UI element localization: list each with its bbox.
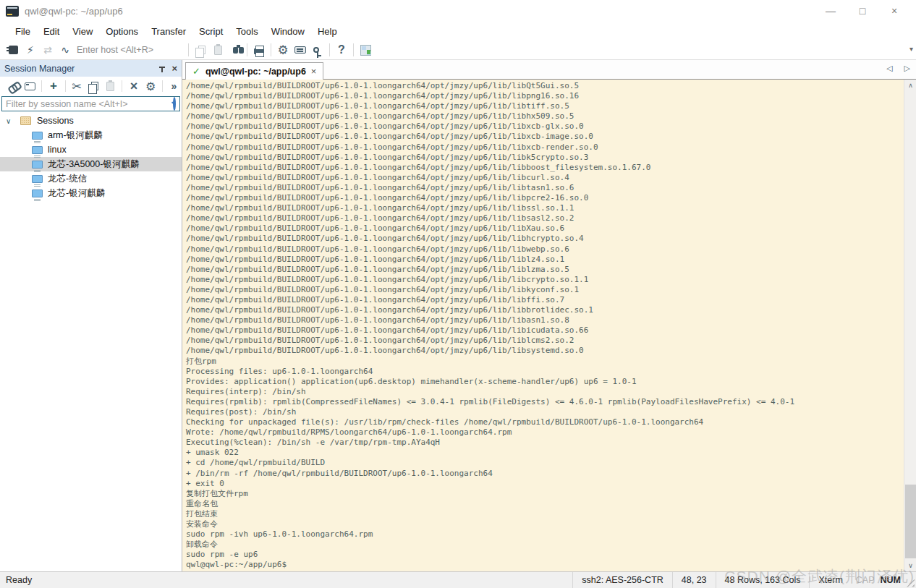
session-item[interactable]: arm-银河麒麟 xyxy=(0,128,182,142)
terminal-line: Provides: application() application(up6.… xyxy=(186,377,916,387)
menu-view[interactable]: View xyxy=(66,24,99,39)
terminal-line: + exit 0 xyxy=(186,479,916,489)
status-encryption: ssh2: AES-256-CTR xyxy=(572,572,672,588)
tab-close-icon[interactable]: × xyxy=(311,66,317,77)
panel-close-icon[interactable]: × xyxy=(171,63,177,74)
terminal-screen[interactable]: /home/qwl/rpmbuild/BUILDROOT/up6-1.0-1.l… xyxy=(182,80,916,571)
tab-scroll-right-icon[interactable]: ▷ xyxy=(904,64,910,73)
menu-edit[interactable]: Edit xyxy=(37,24,66,39)
session-item[interactable]: 龙芯-统信 xyxy=(0,171,182,186)
session-label: 龙芯-银河麒麟 xyxy=(48,187,105,200)
sessions-root-node[interactable]: ∨ Sessions xyxy=(0,114,182,128)
monitor-icon xyxy=(32,132,43,140)
tools-app-icon[interactable] xyxy=(357,42,374,58)
tab-label: qwl@qwl-pc: ~/app/up6 xyxy=(205,67,306,77)
terminal-line: /home/qwl/rpmbuild/BUILDROOT/up6-1.0-1.l… xyxy=(186,173,916,183)
host-address-input[interactable] xyxy=(77,45,185,55)
chevron-down-icon[interactable]: ∨ xyxy=(6,117,14,125)
tab-scroll-left-icon[interactable]: ◁ xyxy=(886,64,892,73)
resize-grip[interactable] xyxy=(905,578,915,587)
terminal-line: 打包结束 xyxy=(186,509,916,519)
session-label: linux xyxy=(48,145,67,155)
menu-script[interactable]: Script xyxy=(192,24,229,39)
folder-icon xyxy=(20,116,31,125)
pin-icon[interactable] xyxy=(161,65,163,72)
terminal-line: /home/qwl/rpmbuild/BUILDROOT/up6-1.0-1.l… xyxy=(186,295,916,305)
status-ready: Ready xyxy=(0,575,32,585)
window-controls: — □ × xyxy=(815,1,910,21)
terminal-line: /home/qwl/rpmbuild/BUILDROOT/up6-1.0-1.l… xyxy=(186,234,916,244)
menu-window[interactable]: Window xyxy=(265,24,311,39)
terminal-line: Requires(interp): /bin/sh xyxy=(186,387,916,397)
toolbar-overflow-icon[interactable]: ▾ xyxy=(909,45,913,53)
session-label: 龙芯-统信 xyxy=(48,173,87,185)
virtual-keyboard-icon[interactable] xyxy=(292,42,309,58)
terminal-line: /home/qwl/rpmbuild/BUILDROOT/up6-1.0-1.l… xyxy=(186,183,916,193)
main-area: Session Manager × + ✂ × ⚙ » xyxy=(0,60,916,571)
menu-help[interactable]: Help xyxy=(311,24,344,39)
terminal-line: Checking for unpackaged file(s): /usr/li… xyxy=(186,417,916,427)
session-item[interactable]: 龙芯-银河麒麟 xyxy=(0,186,182,200)
key-agent-icon[interactable] xyxy=(309,42,326,58)
terminal-tab[interactable]: ✓ qwl@qwl-pc: ~/app/up6 × xyxy=(185,62,323,80)
minimize-button[interactable]: — xyxy=(815,1,847,21)
terminal-line: 卸载命令 xyxy=(186,540,916,550)
paste-session-icon xyxy=(103,79,118,93)
terminal-line: /home/qwl/rpmbuild/BUILDROOT/up6-1.0-1.l… xyxy=(186,101,916,111)
scroll-down-icon[interactable]: ∨ xyxy=(904,560,916,571)
copy-session-icon[interactable] xyxy=(86,79,101,93)
cut-icon[interactable]: ✂ xyxy=(69,79,85,93)
sessions-root-label: Sessions xyxy=(37,116,74,126)
terminal-line: /home/qwl/rpmbuild/BUILDROOT/up6-1.0-1.l… xyxy=(186,275,916,285)
terminal-line: /home/qwl/rpmbuild/BUILDROOT/up6-1.0-1.l… xyxy=(186,336,916,346)
new-session-icon[interactable] xyxy=(4,42,22,58)
terminal-scrollbar[interactable]: ∧ ∨ xyxy=(904,80,916,571)
new-window-icon[interactable] xyxy=(22,79,38,93)
add-session-icon[interactable]: + xyxy=(46,79,61,93)
search-icon[interactable] xyxy=(173,98,176,109)
terminal-line: Requires(post): /bin/sh xyxy=(186,407,916,417)
monitor-icon xyxy=(32,146,43,154)
terminal-line: sudo rpm -ivh up6-1.0-1.loongarch64.rpm xyxy=(186,529,916,540)
help-icon[interactable]: ? xyxy=(333,42,350,58)
connect-icon[interactable] xyxy=(6,79,21,93)
maximize-button[interactable]: □ xyxy=(847,1,878,21)
session-tree: ∨ Sessions arm-银河麒麟linux龙芯-3A5000-银河麒麟龙芯… xyxy=(0,111,182,571)
terminal-line: /home/qwl/rpmbuild/BUILDROOT/up6-1.0-1.l… xyxy=(186,122,916,132)
window-title: qwl@qwl-pc: ~/app/up6 xyxy=(25,6,123,17)
menu-transfer[interactable]: Transfer xyxy=(145,24,192,39)
print-icon[interactable] xyxy=(250,42,268,58)
terminal-line: /home/qwl/rpmbuild/BUILDROOT/up6-1.0-1.l… xyxy=(186,193,916,203)
terminal-line: 打包rpm xyxy=(186,357,916,367)
scroll-up-icon[interactable]: ∧ xyxy=(904,80,916,91)
find-icon[interactable] xyxy=(226,42,244,58)
quick-connect-icon[interactable]: ⚡ xyxy=(22,42,39,58)
delete-session-icon[interactable]: × xyxy=(126,79,141,93)
disconnect-icon[interactable]: ∿ xyxy=(56,42,74,58)
status-numlock: NUM xyxy=(879,572,905,588)
terminal-line: Requires(rpmlib): rpmlib(CompressedFileN… xyxy=(186,397,916,407)
session-item[interactable]: linux xyxy=(0,142,182,157)
terminal-line: /home/qwl/rpmbuild/BUILDROOT/up6-1.0-1.l… xyxy=(186,315,916,325)
main-toolbar: ⚡ ⇄ ∿ ⚙ ? ▾ xyxy=(0,41,916,60)
session-properties-icon[interactable]: ⚙ xyxy=(143,79,158,93)
session-filter-input[interactable] xyxy=(6,99,173,109)
connected-check-icon: ✓ xyxy=(192,66,200,77)
menu-tools[interactable]: Tools xyxy=(229,24,264,39)
copy-icon xyxy=(192,42,209,58)
close-button[interactable]: × xyxy=(878,1,910,21)
properties-gear-icon[interactable]: ⚙ xyxy=(274,42,292,58)
terminal-line: /home/qwl/rpmbuild/BUILDROOT/up6-1.0-1.l… xyxy=(186,305,916,315)
session-item[interactable]: 龙芯-3A5000-银河麒麟 xyxy=(0,157,182,171)
monitor-icon xyxy=(32,175,43,183)
status-terminal-size: 48 Rows, 163 Cols xyxy=(716,572,810,588)
toolbar-separator xyxy=(247,43,247,56)
more-actions-icon[interactable]: » xyxy=(166,79,182,93)
status-cursor-position: 48, 23 xyxy=(672,572,716,588)
session-label: 龙芯-3A5000-银河麒麟 xyxy=(48,158,139,171)
menu-options[interactable]: Options xyxy=(99,24,145,39)
terminal-line: /home/qwl/rpmbuild/BUILDROOT/up6-1.0-1.l… xyxy=(186,91,916,101)
scrollbar-thumb[interactable] xyxy=(905,485,916,558)
menu-file[interactable]: File xyxy=(9,24,37,39)
title-bar: qwl@qwl-pc: ~/app/up6 — □ × xyxy=(0,0,916,22)
